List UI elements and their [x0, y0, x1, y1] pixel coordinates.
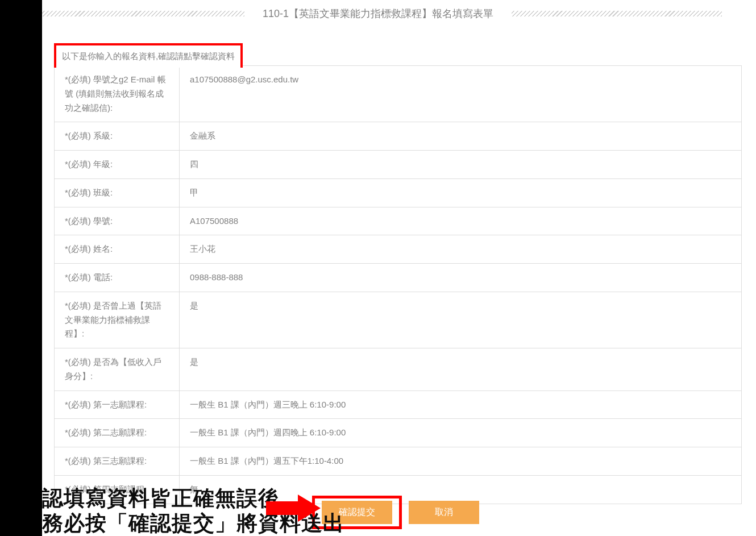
table-row: *(必填) 年級:四: [55, 151, 742, 179]
field-label: *(必填) 電話:: [55, 264, 180, 292]
field-value: a107500888@g2.usc.edu.tw: [180, 66, 742, 122]
field-label: *(必填) 年級:: [55, 151, 180, 179]
field-value: 一般生 B1 課（內門）週五下午1:10-4:00: [180, 447, 742, 476]
svg-marker-0: [266, 495, 321, 522]
field-label: *(必填) 學號:: [55, 207, 180, 235]
field-value: 0988-888-888: [180, 264, 742, 292]
field-value: 是: [180, 292, 742, 348]
field-value: 甲: [180, 178, 742, 207]
field-label: *(必填) 系級:: [55, 122, 180, 151]
title-decoration-left: [34, 11, 244, 16]
field-value: 一般生 B1 課（內門）週四晚上 6:10-9:00: [180, 419, 742, 447]
table-row: *(必填) 第三志願課程:一般生 B1 課（內門）週五下午1:10-4:00: [55, 447, 742, 476]
field-label: *(必填) 第二志願課程:: [55, 419, 180, 447]
field-value: A107500888: [180, 207, 742, 235]
confirm-header-box: 以下是你輸入的報名資料,確認請點擊確認資料: [54, 43, 243, 68]
table-row: *(必填) 學號:A107500888: [55, 207, 742, 235]
field-label: *(必填) 第一志願課程:: [55, 390, 180, 419]
content-area: 以下是你輸入的報名資料,確認請點擊確認資料 *(必填) 學號之g2 E-mail…: [54, 43, 742, 504]
title-bar: 110-1【英語文畢業能力指標救課程】報名填寫表單: [0, 5, 756, 23]
table-row: *(必填) 第一志願課程:一般生 B1 課（內門）週三晚上 6:10-9:00: [55, 390, 742, 419]
field-value: 是: [180, 348, 742, 391]
cancel-button[interactable]: 取消: [409, 501, 479, 524]
black-side-strip: [0, 0, 42, 536]
field-label: *(必填) 第三志願課程:: [55, 447, 180, 476]
field-label: *(必填) 學號之g2 E-mail 帳號 (填錯則無法收到報名成功之確認信):: [55, 66, 180, 122]
field-label: *(必填) 班級:: [55, 178, 180, 207]
field-value: 王小花: [180, 235, 742, 264]
form-table: *(必填) 學號之g2 E-mail 帳號 (填錯則無法收到報名成功之確認信):…: [54, 65, 742, 504]
table-row: *(必填) 學號之g2 E-mail 帳號 (填錯則無法收到報名成功之確認信):…: [55, 66, 742, 122]
field-value: 一般生 B1 課（內門）週三晚上 6:10-9:00: [180, 390, 742, 419]
field-value: 四: [180, 151, 742, 179]
table-row: *(必填) 姓名:王小花: [55, 235, 742, 264]
form-table-body: *(必填) 學號之g2 E-mail 帳號 (填錯則無法收到報名成功之確認信):…: [55, 66, 742, 504]
title-decoration-right: [512, 11, 722, 16]
table-row: *(必填) 電話:0988-888-888: [55, 264, 742, 292]
confirm-header-text: 以下是你輸入的報名資料,確認請點擊確認資料: [62, 51, 235, 61]
overlay-instruction-line1: 認填寫資料皆正確無誤後: [42, 487, 280, 511]
page-title: 110-1【英語文畢業能力指標救課程】報名填寫表單: [250, 7, 506, 20]
field-label: *(必填) 是否曾上過【英語文畢業能力指標補救課程】:: [55, 292, 180, 348]
table-row: *(必填) 是否為【低收入戶身分】:是: [55, 348, 742, 391]
field-label: *(必填) 姓名:: [55, 235, 180, 264]
field-label: *(必填) 是否為【低收入戶身分】:: [55, 348, 180, 391]
table-row: *(必填) 第二志願課程:一般生 B1 課（內門）週四晚上 6:10-9:00: [55, 419, 742, 447]
table-row: *(必填) 系級:金融系: [55, 122, 742, 151]
table-row: *(必填) 是否曾上過【英語文畢業能力指標補救課程】:是: [55, 292, 742, 348]
table-row: *(必填) 班級:甲: [55, 178, 742, 207]
field-value: 金融系: [180, 122, 742, 151]
arrow-right-icon: [266, 495, 321, 522]
